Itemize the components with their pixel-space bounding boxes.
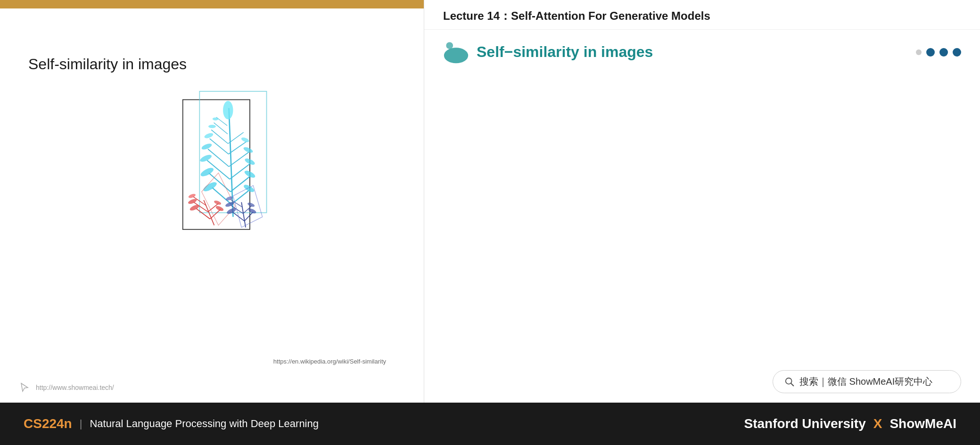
slide-title: Self-similarity in images — [28, 56, 395, 73]
svg-line-37 — [210, 210, 220, 219]
dot-3 — [939, 48, 948, 57]
fractal-image-container — [28, 87, 395, 238]
university-name: Stanford University — [744, 416, 865, 431]
dot-1 — [916, 49, 922, 55]
slide-footer: http://www.showmeai.tech/ — [19, 382, 114, 393]
svg-point-55 — [444, 48, 468, 63]
svg-line-8 — [211, 130, 228, 144]
search-bar-container: 搜索｜微信 ShowMeAI研究中心 — [424, 361, 980, 403]
bottom-right: Stanford University X ShowMeAI — [744, 416, 956, 431]
fractal-fern-svg — [137, 87, 288, 238]
brand-name: ShowMeAI — [889, 416, 956, 431]
dot-2 — [926, 48, 935, 57]
slide-header-left: Self−similarity in images — [443, 39, 653, 65]
svg-point-40 — [213, 200, 221, 206]
search-icon — [784, 377, 795, 387]
course-code: CS224n — [24, 416, 72, 431]
cursor-icon — [19, 382, 30, 393]
slide-top-bar — [0, 0, 424, 8]
lecture-title-bar: Lecture 14：Self-Attention For Generative… — [424, 0, 980, 30]
svg-point-21 — [204, 132, 214, 139]
search-bar[interactable]: 搜索｜微信 ShowMeAI研究中心 — [773, 370, 961, 393]
svg-point-54 — [446, 42, 453, 49]
slide-header-row: Self−similarity in images — [424, 30, 980, 70]
slide-image-url: https://en.wikipedia.org/wiki/Self-simil… — [273, 358, 386, 365]
right-panel-body — [424, 70, 980, 361]
svg-rect-1 — [199, 91, 266, 213]
bottom-divider: | — [80, 418, 82, 430]
course-name: Natural Language Processing with Deep Le… — [90, 418, 319, 430]
svg-line-57 — [791, 383, 793, 386]
svg-point-19 — [199, 154, 213, 163]
svg-line-42 — [241, 202, 246, 227]
slide-subtitle: Self−similarity in images — [477, 43, 653, 61]
svg-point-39 — [215, 205, 224, 212]
bottom-left: CS224n | Natural Language Processing wit… — [24, 416, 319, 431]
svg-line-7 — [209, 138, 228, 154]
svg-line-49 — [244, 212, 253, 221]
svg-point-23 — [212, 117, 218, 120]
dot-4 — [953, 48, 961, 57]
svg-point-24 — [242, 183, 255, 194]
slide-content: Self-similarity in images — [0, 8, 424, 403]
svg-point-20 — [200, 142, 212, 151]
svg-point-52 — [247, 202, 255, 208]
svg-point-22 — [208, 125, 216, 128]
lecture-title: Lecture 14：Self-Attention For Generative… — [443, 9, 710, 22]
search-placeholder: 搜索｜微信 ShowMeAI研究中心 — [799, 375, 932, 388]
dots-row — [916, 48, 961, 57]
right-panel: Lecture 14：Self-Attention For Generative… — [424, 0, 980, 403]
x-separator: X — [873, 416, 882, 431]
slide-panel: Self-similarity in images — [0, 0, 424, 403]
svg-point-29 — [223, 101, 233, 119]
bottom-bar: CS224n | Natural Language Processing wit… — [0, 403, 980, 445]
slide-icon — [443, 39, 469, 65]
svg-point-51 — [247, 208, 256, 215]
slide-footer-url: http://www.showmeai.tech/ — [36, 384, 114, 391]
